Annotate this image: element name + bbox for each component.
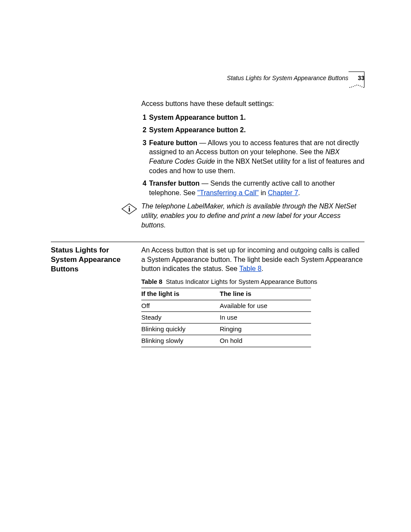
status-table: If the light is The line is Off Availabl… bbox=[141, 288, 311, 347]
list-number: 2 bbox=[139, 125, 146, 135]
list-number: 3 bbox=[139, 138, 146, 148]
table-caption: Table 8 Status Indicator Lights for Syst… bbox=[141, 278, 364, 286]
table-number: Table 8 bbox=[141, 278, 162, 285]
table-row: Steady In use bbox=[141, 311, 311, 323]
list-bold: Feature button bbox=[149, 139, 197, 146]
link-table-8[interactable]: Table 8 bbox=[239, 265, 262, 272]
table-title: Status Indicator Lights for System Appea… bbox=[166, 278, 317, 285]
table-cell: Blinking slowly bbox=[141, 335, 220, 347]
svg-text:i: i bbox=[128, 205, 131, 213]
list-item: 4 Transfer button — Sends the currently … bbox=[141, 179, 364, 197]
table-cell: Off bbox=[141, 300, 220, 311]
table-cell: Steady bbox=[141, 311, 220, 323]
list-dash: — bbox=[197, 139, 208, 146]
table-header-cell: If the light is bbox=[141, 288, 220, 300]
table-cell: On hold bbox=[220, 335, 311, 347]
section-heading: Status Lights for System Appearance Butt… bbox=[51, 246, 141, 347]
list-number: 1 bbox=[139, 113, 146, 122]
running-title: Status Lights for System Appearance Butt… bbox=[227, 75, 349, 81]
svg-point-4 bbox=[356, 85, 357, 86]
section-body: An Access button that is set up for inco… bbox=[141, 246, 364, 347]
table-row: Blinking quickly Ringing bbox=[141, 324, 311, 335]
table-cell: Available for use bbox=[220, 300, 311, 311]
info-note: i The telephone LabelMaker, which is ava… bbox=[121, 202, 364, 230]
list-bold: System Appearance button 1. bbox=[149, 114, 246, 121]
intro-paragraph: Access buttons have these default settin… bbox=[141, 99, 364, 109]
running-header: Status Lights for System Appearance Butt… bbox=[227, 74, 364, 82]
list-text: . bbox=[298, 189, 300, 196]
table-cell: Blinking quickly bbox=[141, 324, 220, 335]
svg-point-6 bbox=[360, 86, 361, 87]
section-paragraph: An Access button that is set up for inco… bbox=[141, 246, 364, 274]
svg-point-8 bbox=[363, 87, 364, 88]
svg-point-3 bbox=[355, 85, 355, 86]
table-header-cell: The line is bbox=[220, 288, 311, 300]
section-status-lights: Status Lights for System Appearance Butt… bbox=[51, 242, 364, 347]
svg-point-0 bbox=[349, 87, 350, 88]
table-row: Blinking slowly On hold bbox=[141, 335, 311, 347]
svg-point-5 bbox=[358, 85, 359, 86]
list-item: 1 System Appearance button 1. bbox=[141, 113, 364, 122]
list-item: 2 System Appearance button 2. bbox=[141, 125, 364, 135]
link-transferring-a-call[interactable]: "Transferring a Call" bbox=[197, 189, 258, 196]
link-chapter-7[interactable]: Chapter 7 bbox=[268, 189, 298, 196]
page-number: 33 bbox=[358, 75, 364, 81]
list-text: in bbox=[258, 189, 268, 196]
section-text: . bbox=[262, 265, 263, 272]
list-item: 3 Feature button — Allows you to access … bbox=[141, 138, 364, 175]
default-settings-list: 1 System Appearance button 1. 2 System A… bbox=[141, 113, 364, 198]
list-dash: — bbox=[199, 180, 210, 187]
table-cell: Ringing bbox=[220, 324, 311, 335]
info-note-text: The telephone LabelMaker, which is avail… bbox=[141, 202, 364, 230]
list-number: 4 bbox=[139, 179, 146, 188]
table-row: Off Available for use bbox=[141, 300, 311, 311]
table-cell: In use bbox=[220, 311, 311, 323]
svg-point-7 bbox=[361, 87, 362, 87]
svg-point-2 bbox=[353, 86, 354, 87]
list-bold: System Appearance button 2. bbox=[149, 126, 246, 134]
list-bold: Transfer button bbox=[149, 180, 199, 187]
header-dots-decoration bbox=[349, 83, 364, 89]
svg-point-1 bbox=[351, 87, 352, 87]
info-icon: i bbox=[121, 202, 138, 218]
table-header-row: If the light is The line is bbox=[141, 288, 311, 300]
